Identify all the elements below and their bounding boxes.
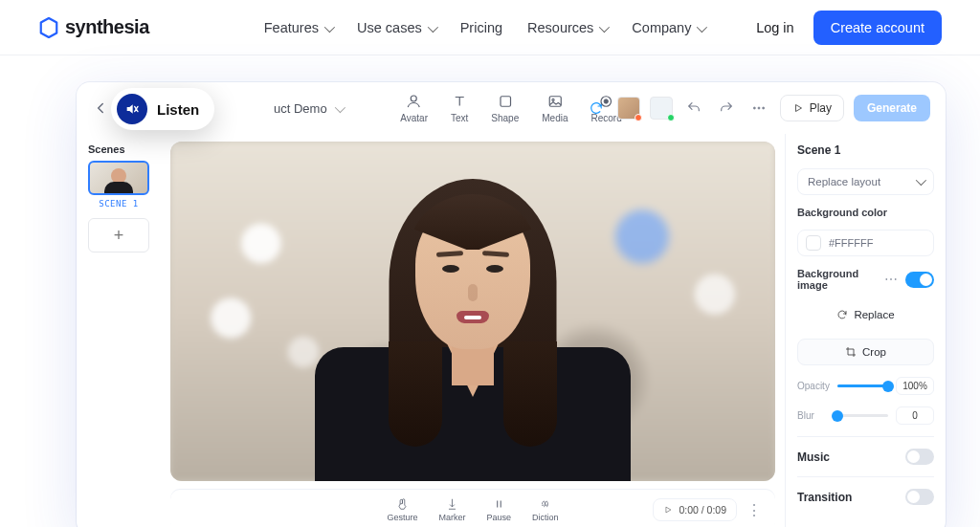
crop-icon — [845, 346, 857, 358]
undo-icon[interactable] — [682, 97, 705, 120]
svg-point-9 — [762, 107, 764, 109]
canvas-area: Gesture Marker Pause Diction 0:00 / 0:09… — [161, 134, 785, 527]
opacity-value: 100% — [896, 377, 934, 395]
scenes-panel: Scenes SCENE 1 + — [77, 134, 161, 527]
nav-features[interactable]: Features — [264, 20, 332, 35]
shape-icon — [497, 93, 514, 110]
scene-thumbnail[interactable] — [88, 161, 149, 195]
bg-image-more-icon[interactable]: ⋯ — [884, 272, 898, 287]
brand-name: synthesia — [65, 16, 149, 38]
tool-text[interactable]: Text — [451, 93, 468, 123]
tool-shape[interactable]: Shape — [491, 93, 519, 123]
footer-menu-icon[interactable]: ⋮ — [746, 501, 762, 519]
tool-media[interactable]: Media — [542, 93, 568, 123]
marker-icon — [445, 497, 458, 511]
script-marker[interactable]: Marker — [438, 497, 465, 522]
blur-row: Blur 0 — [797, 406, 934, 425]
svg-rect-2 — [501, 97, 511, 107]
record-icon — [598, 93, 615, 110]
svg-point-4 — [552, 99, 554, 100]
back-arrow-icon[interactable] — [92, 99, 109, 117]
avatar-figure — [301, 165, 645, 481]
nav-pricing[interactable]: Pricing — [460, 20, 502, 35]
script-pause[interactable]: Pause — [486, 497, 511, 522]
playback-time[interactable]: 0:00 / 0:09 — [653, 498, 737, 521]
svg-point-7 — [753, 107, 755, 109]
transition-label: Transition — [797, 491, 852, 504]
text-icon — [451, 93, 468, 110]
editor-body: Scenes SCENE 1 + — [77, 134, 946, 527]
redo-icon[interactable] — [715, 97, 738, 120]
scenes-heading: Scenes — [84, 143, 153, 155]
canvas-footer: Gesture Marker Pause Diction 0:00 / 0:09… — [170, 489, 775, 527]
insert-tools: Avatar Text Shape Media Record — [400, 93, 622, 123]
brand-mark-icon — [38, 17, 59, 38]
svg-point-8 — [758, 107, 760, 109]
login-link[interactable]: Log in — [756, 20, 794, 35]
more-icon[interactable] — [747, 97, 770, 120]
replace-image-button[interactable]: Replace — [797, 302, 934, 327]
color-swatch — [806, 235, 821, 251]
bg-image-toggle[interactable] — [905, 272, 934, 288]
primary-nav: Features Use cases Pricing Resources Com… — [264, 20, 705, 35]
nav-right: Log in Create account — [756, 11, 942, 45]
svg-point-6 — [604, 99, 609, 104]
svg-point-1 — [412, 96, 417, 101]
divider — [797, 436, 934, 437]
video-canvas[interactable] — [170, 142, 775, 481]
script-gesture[interactable]: Gesture — [387, 497, 417, 522]
scene-title: Scene 1 — [797, 143, 934, 157]
script-diction[interactable]: Diction — [532, 497, 559, 522]
gesture-icon — [395, 497, 409, 511]
project-name[interactable]: uct Demo — [274, 101, 343, 116]
chevron-down-icon — [599, 20, 607, 35]
opacity-slider[interactable] — [837, 384, 888, 387]
bg-color-input[interactable]: #FFFFFF — [797, 230, 934, 256]
replace-icon — [836, 309, 848, 320]
avatar-preset-2[interactable] — [650, 97, 673, 120]
nav-resources[interactable]: Resources — [527, 20, 607, 35]
brand-logo[interactable]: synthesia — [38, 16, 149, 38]
play-icon — [792, 102, 804, 114]
inspector-panel: Scene 1 Replace layout Background color … — [785, 134, 946, 527]
play-icon — [663, 505, 673, 515]
transition-toggle[interactable] — [905, 489, 934, 505]
chevron-down-icon — [697, 20, 704, 35]
listen-label: Listen — [157, 101, 199, 118]
blur-value: 0 — [896, 406, 934, 425]
avatar-preset-1[interactable] — [617, 97, 640, 120]
editor-toolbar: Listen uct Demo Avatar Text Shape Media … — [77, 82, 946, 134]
chevron-down-icon — [428, 20, 435, 35]
bg-color-label: Background color — [797, 207, 934, 218]
create-account-button[interactable]: Create account — [813, 11, 942, 45]
right-tools: Play Generate — [585, 95, 930, 121]
pause-icon — [492, 497, 505, 511]
nav-use-cases[interactable]: Use cases — [357, 20, 435, 35]
diction-icon — [539, 497, 552, 511]
add-scene-button[interactable]: + — [88, 218, 149, 253]
play-button[interactable]: Play — [780, 95, 844, 121]
avatar-icon — [406, 93, 423, 110]
listen-pill[interactable]: Listen — [111, 88, 214, 130]
replace-layout-select[interactable]: Replace layout — [797, 168, 934, 195]
speaker-muted-icon — [117, 94, 147, 124]
scene-label: SCENE 1 — [84, 199, 153, 209]
crop-image-button[interactable]: Crop — [797, 339, 934, 365]
nav-company[interactable]: Company — [632, 20, 704, 35]
blur-slider[interactable] — [837, 414, 888, 417]
chevron-down-icon — [335, 101, 343, 116]
chevron-down-icon — [916, 176, 924, 187]
editor-window: Listen uct Demo Avatar Text Shape Media … — [77, 82, 946, 527]
music-label: Music — [797, 450, 830, 464]
music-toggle[interactable] — [905, 449, 934, 465]
tool-avatar[interactable]: Avatar — [400, 93, 428, 123]
bg-image-label: Background image — [797, 268, 884, 291]
svg-marker-0 — [41, 17, 57, 36]
chevron-down-icon — [324, 20, 332, 35]
divider — [797, 476, 934, 477]
media-icon — [546, 93, 564, 110]
opacity-row: Opacity 100% — [797, 377, 934, 395]
generate-button[interactable]: Generate — [854, 95, 930, 121]
site-header: synthesia Features Use cases Pricing Res… — [0, 0, 980, 55]
svg-rect-3 — [549, 97, 561, 107]
